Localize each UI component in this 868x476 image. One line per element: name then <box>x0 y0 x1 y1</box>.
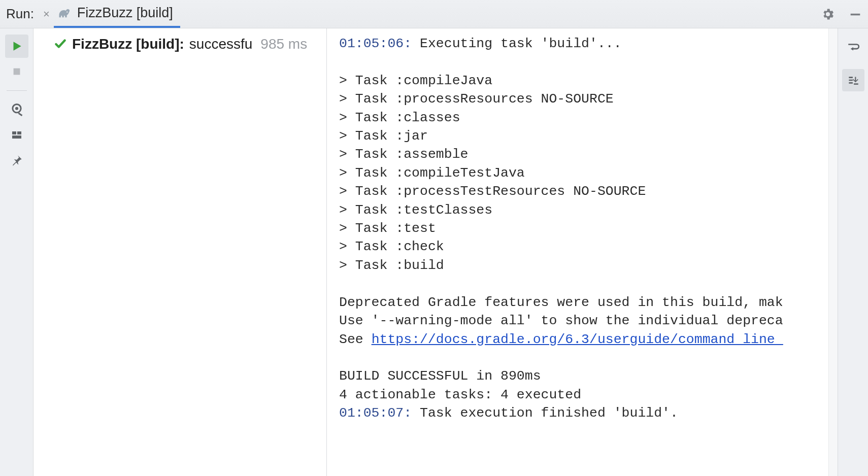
console-end-msg: Task execution finished 'build'. <box>412 405 678 421</box>
left-action-rail <box>0 28 34 476</box>
console-end-timestamp: 01:05:07: <box>339 405 412 421</box>
console-task-line: > Task :processTestResources NO-SOURCE <box>339 184 646 199</box>
success-check-icon <box>54 37 67 50</box>
console-docs-link[interactable]: https://docs.gradle.org/6.3/userguide/co… <box>372 332 783 347</box>
settings-icon[interactable] <box>820 7 836 22</box>
console-build-success: BUILD SUCCESSFUL in 890ms <box>339 368 541 384</box>
console-task-line: > Task :compileJava <box>339 73 492 88</box>
svg-rect-6 <box>12 135 21 139</box>
console-task-line: > Task :build <box>339 258 444 273</box>
console-deprecation-line: Use '--warning-mode all' to show the ind… <box>339 313 783 328</box>
run-tab[interactable]: FizzBuzz [build] <box>54 0 180 28</box>
console-task-line: > Task :compileTestJava <box>339 165 525 181</box>
console-task-line: > Task :testClasses <box>339 202 492 218</box>
run-title: Run: <box>6 6 34 22</box>
svg-rect-4 <box>12 131 16 134</box>
console-task-line: > Task :processResources NO-SOURCE <box>339 91 614 107</box>
layout-button[interactable] <box>5 123 28 147</box>
scroll-to-end-button[interactable] <box>842 69 864 91</box>
build-tree-pane[interactable]: FizzBuzz [build]: successfu 985 ms <box>34 28 327 476</box>
console-actionable-tasks: 4 actionable tasks: 4 executed <box>339 387 581 402</box>
minimize-icon[interactable] <box>848 7 863 22</box>
header-actions <box>820 7 863 22</box>
console-task-line: > Task :jar <box>339 128 428 144</box>
console-see-label: See <box>339 332 372 347</box>
svg-point-3 <box>15 107 18 110</box>
build-root-node[interactable]: FizzBuzz [build]: successfu 985 ms <box>54 36 319 52</box>
show-filters-button[interactable] <box>5 98 28 121</box>
pin-button[interactable] <box>5 149 28 172</box>
svg-rect-5 <box>17 131 21 134</box>
right-action-rail <box>838 28 868 476</box>
build-node-status: successfu <box>189 36 253 52</box>
console-start-timestamp: 01:05:06: <box>339 36 412 51</box>
vertical-scrollbar[interactable] <box>828 28 838 476</box>
stop-button[interactable] <box>5 60 28 83</box>
svg-rect-0 <box>851 13 860 15</box>
build-node-title: FizzBuzz [build]: <box>72 36 184 52</box>
gradle-icon <box>57 6 72 21</box>
run-header: Run: × FizzBuzz [build] <box>0 0 868 28</box>
run-body: FizzBuzz [build]: successfu 985 ms 01:05… <box>0 28 868 476</box>
build-node-time: 985 ms <box>260 36 307 52</box>
console-task-line: > Task :classes <box>339 110 460 125</box>
console-task-line: > Task :assemble <box>339 147 468 162</box>
rerun-button[interactable] <box>5 35 28 58</box>
console-output[interactable]: 01:05:06: Executing task 'build'... > Ta… <box>327 28 838 476</box>
svg-rect-1 <box>13 69 20 75</box>
rail-separator <box>7 90 27 91</box>
console-task-line: > Task :check <box>339 239 444 254</box>
console-task-line: > Task :test <box>339 221 436 236</box>
run-tab-label: FizzBuzz [build] <box>77 5 173 21</box>
console-deprecation-line: Deprecated Gradle features were used in … <box>339 295 783 310</box>
console-start-msg: Executing task 'build'... <box>412 36 621 51</box>
close-tab-icon[interactable]: × <box>43 8 50 21</box>
soft-wrap-button[interactable] <box>842 37 864 59</box>
run-tool-window: Run: × FizzBuzz [build] <box>0 0 868 476</box>
